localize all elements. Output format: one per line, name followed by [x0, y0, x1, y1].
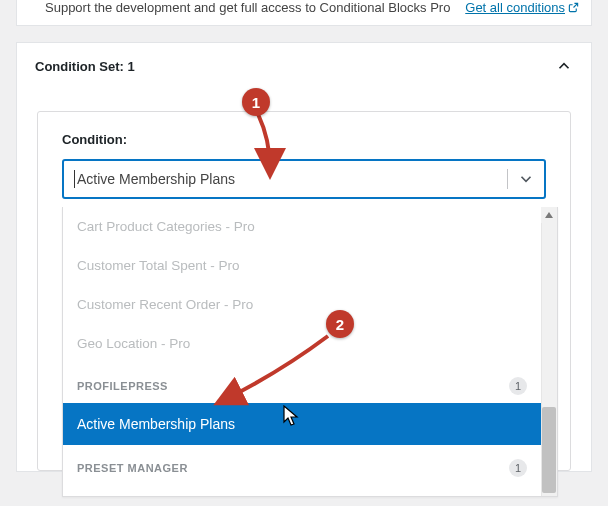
link-label: Get all conditions [465, 0, 565, 15]
select-value: Active Membership Plans [64, 161, 507, 197]
select-chevron-button[interactable] [508, 161, 544, 197]
dropdown-option[interactable]: Geo Location - Pro [63, 324, 541, 363]
promo-bar: Support the development and get full acc… [16, 0, 592, 26]
group-label: PRESET MANAGER [77, 462, 188, 474]
external-link-icon [568, 2, 579, 13]
support-text: Support the development and get full acc… [45, 0, 450, 15]
group-count-badge: 1 [509, 459, 527, 477]
group-count-badge: 1 [509, 377, 527, 395]
scrollbar-track[interactable] [541, 207, 557, 496]
condition-set-panel: Condition Set: 1 Condition: Active Membe… [16, 42, 592, 472]
selected-value-text: Active Membership Plans [77, 171, 235, 187]
dropdown-option[interactable]: Cart Product Categories - Pro [63, 207, 541, 246]
text-cursor [74, 170, 75, 188]
svg-marker-0 [545, 212, 553, 218]
scroll-up-button[interactable] [541, 207, 557, 223]
panel-title: Condition Set: 1 [35, 59, 135, 74]
dropdown-option-selected[interactable]: Active Membership Plans [63, 403, 541, 445]
panel-header[interactable]: Condition Set: 1 [17, 43, 591, 89]
condition-label: Condition: [62, 132, 546, 147]
chevron-down-icon [517, 170, 535, 188]
scrollbar-thumb[interactable] [542, 407, 556, 493]
get-all-conditions-link[interactable]: Get all conditions [465, 0, 579, 15]
condition-inner-box: Condition: Active Membership Plans Cart … [37, 111, 571, 471]
dropdown-option[interactable]: Customer Total Spent - Pro [63, 246, 541, 285]
annotation-callout-2: 2 [326, 310, 354, 338]
dropdown-group-header: PROFILEPRESS 1 [63, 363, 541, 403]
chevron-up-icon [555, 57, 573, 75]
group-label: PROFILEPRESS [77, 380, 168, 392]
annotation-callout-1: 1 [242, 88, 270, 116]
dropdown-option[interactable]: Customer Recent Order - Pro [63, 285, 541, 324]
condition-select[interactable]: Active Membership Plans [62, 159, 546, 199]
dropdown-group-header: PRESET MANAGER 1 [63, 445, 541, 485]
triangle-up-icon [544, 210, 554, 220]
condition-dropdown: Cart Product Categories - Pro Customer T… [62, 207, 558, 497]
dropdown-option[interactable]: Presets - Pro [63, 485, 541, 496]
